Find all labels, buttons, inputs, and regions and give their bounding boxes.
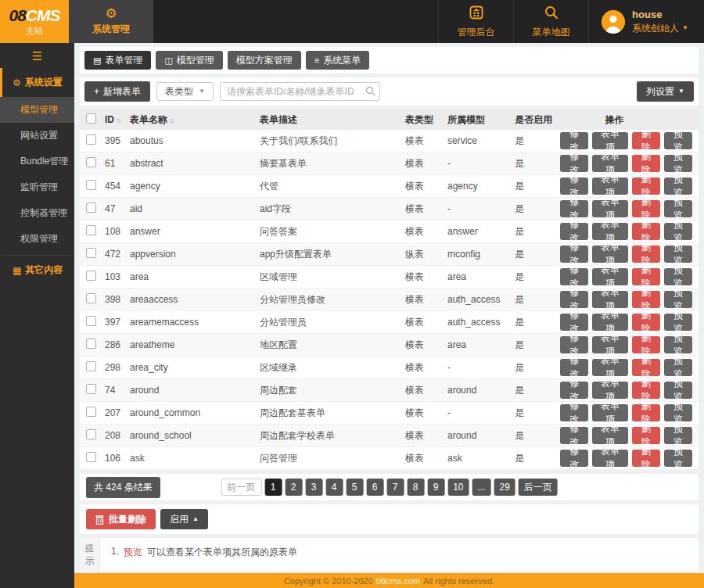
table-type-filter[interactable]: 表类型 ▼ (156, 82, 214, 101)
tab-系统菜单[interactable]: ≡系统菜单 (306, 51, 369, 70)
tip-highlight[interactable]: 预览 (124, 546, 142, 559)
row-checkbox[interactable] (86, 134, 96, 145)
tab-模型管理[interactable]: ◫模型管理 (156, 51, 222, 70)
row-checkbox[interactable] (86, 316, 96, 326)
action-button-表单项[interactable]: 表单项 (592, 427, 627, 444)
action-button-修改[interactable]: 修改 (560, 177, 588, 195)
action-button-删除[interactable]: 删除 (632, 382, 660, 399)
action-button-预览[interactable]: 预览 (664, 200, 692, 217)
action-button-预览[interactable]: 预览 (664, 359, 692, 376)
sort-icon[interactable]: ↑↓ (116, 117, 120, 124)
page-button-8[interactable]: 8 (407, 479, 424, 496)
action-button-表单项[interactable]: 表单项 (592, 291, 627, 308)
action-button-删除[interactable]: 删除 (632, 155, 660, 172)
row-checkbox[interactable] (86, 452, 96, 462)
action-button-表单项[interactable]: 表单项 (592, 132, 627, 149)
bulk-delete-button[interactable]: 批量删除 (86, 509, 156, 529)
search-input[interactable] (220, 82, 380, 101)
action-button-修改[interactable]: 修改 (560, 359, 588, 376)
page-button-29[interactable]: 29 (494, 479, 515, 496)
action-button-表单项[interactable]: 表单项 (592, 200, 627, 217)
action-button-表单项[interactable]: 表单项 (592, 246, 627, 263)
page-button-5[interactable]: 5 (346, 479, 363, 496)
action-button-表单项[interactable]: 表单项 (592, 382, 627, 399)
row-checkbox[interactable] (86, 248, 96, 258)
page-button-10[interactable]: 10 (447, 479, 469, 496)
action-button-表单项[interactable]: 表单项 (592, 155, 627, 172)
row-checkbox[interactable] (86, 361, 96, 371)
row-checkbox[interactable] (86, 271, 96, 281)
next-page-button[interactable]: 后一页 (519, 479, 558, 496)
sidebar-item-控制器管理[interactable]: 控制器管理 (0, 200, 74, 226)
sidebar-item-权限管理[interactable]: 权限管理 (0, 226, 74, 252)
row-checkbox[interactable] (86, 429, 96, 439)
app-logo[interactable]: 08CMS 主站 (0, 0, 69, 43)
action-button-表单项[interactable]: 表单项 (592, 223, 627, 240)
action-button-修改[interactable]: 修改 (560, 132, 588, 149)
sidebar-item-模型管理[interactable]: 模型管理 (0, 97, 74, 123)
page-button-2[interactable]: 2 (285, 479, 302, 496)
sidebar-group-system-settings[interactable]: ⚙ 系统设置 (0, 68, 74, 97)
action-button-修改[interactable]: 修改 (560, 314, 588, 331)
tab-表单管理[interactable]: ▤表单管理 (84, 51, 151, 70)
sidebar-group-other-content[interactable]: ▦ 其它内容 (0, 255, 74, 285)
sidebar-item-Bundle管理[interactable]: Bundle管理 (0, 149, 74, 174)
menu-icon[interactable]: ☰ (0, 43, 74, 68)
action-button-预览[interactable]: 预览 (664, 155, 692, 172)
page-button-7[interactable]: 7 (386, 479, 404, 496)
action-button-修改[interactable]: 修改 (560, 382, 588, 399)
action-button-删除[interactable]: 删除 (632, 200, 660, 217)
page-button-4[interactable]: 4 (325, 479, 343, 496)
row-checkbox[interactable] (86, 180, 96, 190)
action-button-删除[interactable]: 删除 (632, 404, 660, 421)
action-button-预览[interactable]: 预览 (664, 427, 692, 444)
prev-page-button[interactable]: 前一页 (221, 479, 261, 496)
action-button-表单项[interactable]: 表单项 (592, 404, 627, 421)
action-button-预览[interactable]: 预览 (664, 404, 692, 421)
action-button-预览[interactable]: 预览 (664, 291, 692, 308)
action-button-预览[interactable]: 预览 (664, 314, 692, 331)
action-button-删除[interactable]: 删除 (632, 427, 660, 444)
action-button-表单项[interactable]: 表单项 (592, 450, 627, 467)
action-button-修改[interactable]: 修改 (560, 155, 588, 172)
nav-admin-backend[interactable]: 管理后台 (438, 0, 513, 43)
page-button-1[interactable]: 1 (264, 479, 282, 496)
page-button-6[interactable]: 6 (366, 479, 383, 496)
row-checkbox[interactable] (86, 225, 96, 235)
sidebar-item-监听管理[interactable]: 监听管理 (0, 174, 74, 200)
row-checkbox[interactable] (86, 157, 96, 167)
action-button-修改[interactable]: 修改 (560, 268, 588, 285)
action-button-预览[interactable]: 预览 (664, 223, 692, 240)
action-button-修改[interactable]: 修改 (560, 246, 588, 263)
page-button-3[interactable]: 3 (305, 479, 322, 496)
select-all-checkbox[interactable] (86, 113, 96, 124)
row-checkbox[interactable] (86, 384, 96, 394)
row-checkbox[interactable] (86, 203, 96, 213)
column-settings-button[interactable]: 列设置 ▼ (637, 81, 694, 102)
action-button-修改[interactable]: 修改 (560, 404, 588, 421)
action-button-删除[interactable]: 删除 (632, 268, 660, 285)
action-button-删除[interactable]: 删除 (632, 450, 660, 467)
action-button-删除[interactable]: 删除 (632, 291, 660, 308)
action-button-修改[interactable]: 修改 (560, 427, 588, 444)
action-button-删除[interactable]: 删除 (632, 336, 660, 353)
add-form-button[interactable]: + 新增表单 (84, 81, 150, 102)
footer-link[interactable]: 08cms.com (376, 576, 420, 586)
action-button-删除[interactable]: 删除 (632, 132, 660, 149)
action-button-修改[interactable]: 修改 (560, 336, 588, 353)
action-button-删除[interactable]: 删除 (632, 359, 660, 376)
action-button-预览[interactable]: 预览 (664, 132, 692, 149)
sidebar-item-网站设置[interactable]: 网站设置 (0, 123, 74, 149)
action-button-预览[interactable]: 预览 (664, 450, 692, 467)
action-button-修改[interactable]: 修改 (560, 223, 588, 240)
sort-icon[interactable]: ↑↓ (169, 117, 173, 124)
action-button-修改[interactable]: 修改 (560, 291, 588, 308)
action-button-修改[interactable]: 修改 (560, 450, 588, 467)
nav-menu-map[interactable]: 菜单地图 (513, 0, 588, 43)
action-button-表单项[interactable]: 表单项 (592, 177, 627, 195)
row-checkbox[interactable] (86, 293, 96, 303)
action-button-表单项[interactable]: 表单项 (592, 268, 627, 285)
action-button-表单项[interactable]: 表单项 (592, 314, 627, 331)
row-checkbox[interactable] (86, 407, 96, 417)
action-button-预览[interactable]: 预览 (664, 382, 692, 399)
